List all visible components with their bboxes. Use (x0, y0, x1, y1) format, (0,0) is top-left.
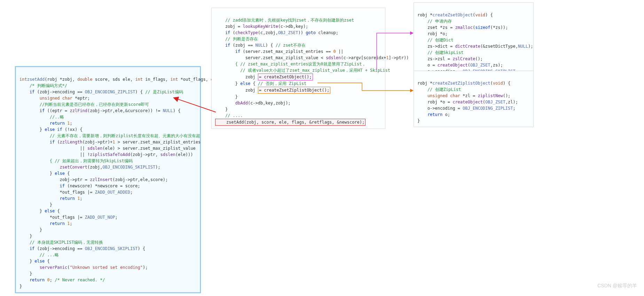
kw: int (19, 77, 27, 82)
code-panel-zadd: // zadd添加元素时，先根据key找到zset，不存在则创建新的zset z… (211, 8, 385, 129)
highlight-createZsetObject: = createZsetObject(); (258, 73, 313, 80)
watermark: CSDN @赎罪的羊 (597, 283, 637, 289)
code-panel-zsetAdd: intzsetAdd(robj *zobj, double score, sds… (16, 67, 200, 293)
highlight-createZsetZiplistObject: = createZsetZiplistObject(); (258, 87, 330, 94)
code-panel-createZsetZiplistObject: robj *createZsetZiplistObject(void) { //… (414, 71, 534, 127)
highlight-zsetAdd-call: zsetAdd(zobj, score, ele, flags, &retfla… (215, 119, 366, 126)
